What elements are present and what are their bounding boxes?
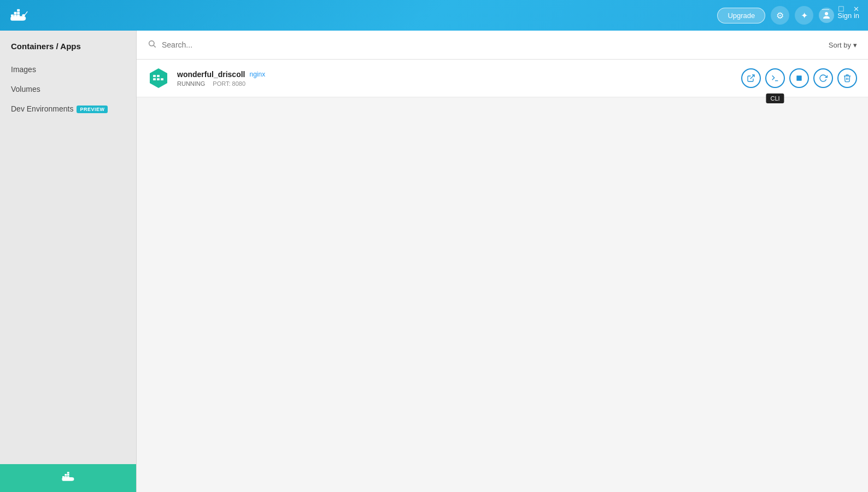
sidebar-bottom <box>0 464 136 492</box>
container-actions: CLI <box>741 68 857 88</box>
upgrade-button[interactable]: Upgrade <box>717 8 765 24</box>
container-list: wonderful_driscoll nginx RUNNING PORT: 8… <box>137 60 868 492</box>
sort-button[interactable]: Sort by ▾ <box>829 41 857 49</box>
header: Upgrade ⚙ ✦ Sign in <box>0 0 868 31</box>
container-name: wonderful_driscoll nginx <box>177 70 734 79</box>
main-content: Sort by ▾ <box>137 31 868 492</box>
container-info: wonderful_driscoll nginx RUNNING PORT: 8… <box>177 70 734 87</box>
cli-button[interactable]: CLI <box>765 68 785 88</box>
container-image-tag: nginx <box>249 71 265 78</box>
svg-rect-21 <box>161 78 163 80</box>
container-meta: RUNNING PORT: 8080 <box>177 80 734 87</box>
svg-rect-13 <box>67 472 69 473</box>
sort-label: Sort by <box>829 41 851 49</box>
restart-button[interactable] <box>813 68 833 88</box>
docker-logo <box>9 8 28 23</box>
bug-report-button[interactable]: ✦ <box>795 6 813 25</box>
close-button[interactable]: ✕ <box>853 5 859 13</box>
sidebar-item-images[interactable]: Images <box>0 60 136 79</box>
search-bar: Sort by ▾ <box>137 31 868 60</box>
cli-tooltip: CLI <box>766 93 784 103</box>
svg-line-22 <box>750 75 754 79</box>
sidebar-item-dev-environments[interactable]: Dev EnvironmentsPREVIEW <box>0 99 136 119</box>
svg-point-14 <box>149 41 154 46</box>
search-icon <box>148 39 156 50</box>
settings-button[interactable]: ⚙ <box>771 6 789 25</box>
minimize-button[interactable]: — <box>822 5 829 13</box>
open-browser-button[interactable] <box>741 68 761 88</box>
sidebar: Containers / Apps Images Volumes Dev Env… <box>0 31 137 492</box>
svg-rect-17 <box>153 75 156 77</box>
delete-button[interactable] <box>837 68 857 88</box>
sidebar-item-volumes[interactable]: Volumes <box>0 79 136 99</box>
table-row[interactable]: wonderful_driscoll nginx RUNNING PORT: 8… <box>137 60 868 97</box>
svg-rect-11 <box>64 474 67 476</box>
svg-rect-19 <box>153 78 156 80</box>
window-controls: — ☐ ✕ <box>822 5 859 13</box>
svg-line-15 <box>154 45 156 48</box>
stop-button[interactable] <box>789 68 809 88</box>
bug-icon: ✦ <box>801 10 808 21</box>
layout: Containers / Apps Images Volumes Dev Env… <box>0 31 868 492</box>
gear-icon: ⚙ <box>776 10 784 21</box>
svg-rect-24 <box>796 75 801 80</box>
svg-rect-18 <box>157 75 160 77</box>
container-icon <box>148 67 169 89</box>
svg-rect-12 <box>67 474 69 476</box>
svg-rect-20 <box>157 78 160 80</box>
search-input[interactable] <box>162 40 823 49</box>
svg-rect-4 <box>17 12 20 14</box>
preview-badge: PREVIEW <box>77 106 108 113</box>
container-port: PORT: 8080 <box>213 80 245 87</box>
sidebar-title: Containers / Apps <box>0 42 136 60</box>
maximize-button[interactable]: ☐ <box>838 5 844 13</box>
svg-rect-3 <box>14 12 17 14</box>
docker-bottom-icon <box>61 471 76 485</box>
chevron-down-icon: ▾ <box>853 41 857 49</box>
container-status: RUNNING <box>177 80 205 87</box>
docker-whale-icon <box>9 8 28 23</box>
svg-rect-5 <box>17 9 20 11</box>
